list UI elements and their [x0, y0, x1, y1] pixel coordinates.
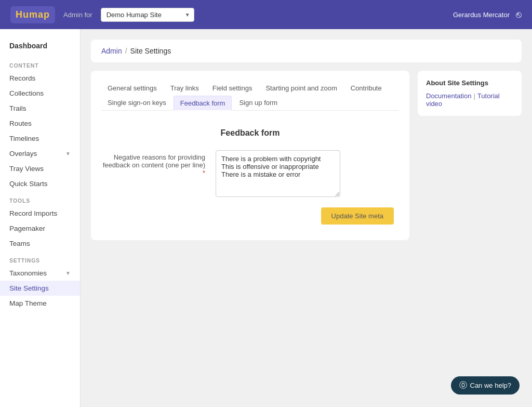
form-row-textarea: Negative reasons for providing feedback … [101, 150, 399, 197]
sidebar-item-timelines[interactable]: Timelines [0, 131, 80, 146]
sidebar: Dashboard CONTENT Records Collections Tr… [0, 29, 81, 407]
sidebar-item-quick-starts[interactable]: Quick Starts [0, 176, 80, 191]
tab-general-settings[interactable]: General settings [101, 81, 163, 95]
content-area: General settings Tray links Field settin… [91, 71, 522, 240]
sidebar-item-teams[interactable]: Teams [0, 236, 80, 251]
breadcrumb-current: Site Settings [130, 47, 171, 55]
settings-tabs: General settings Tray links Field settin… [101, 81, 399, 111]
tab-sso-keys[interactable]: Single sign-on keys [101, 96, 172, 111]
required-star: * [203, 169, 205, 177]
logo[interactable]: Humap [10, 6, 55, 23]
taxonomies-arrow-icon: ▼ [65, 270, 71, 276]
sidebar-item-pagemaker[interactable]: Pagemaker [0, 221, 80, 236]
tools-section-label: TOOLS [0, 191, 80, 206]
sidebar-item-routes[interactable]: Routes [0, 116, 80, 131]
sidebar-item-trails[interactable]: Trails [0, 101, 80, 116]
top-navigation: Humap Admin for Demo Humap Site ▼ Gerard… [0, 0, 532, 29]
feedback-form-title: Feedback form [101, 128, 399, 138]
tab-tray-links[interactable]: Tray links [164, 81, 205, 95]
update-site-meta-button[interactable]: Update Site meta [321, 207, 394, 225]
main-content: Admin / Site Settings General settings T… [81, 29, 532, 407]
tab-sign-up-form[interactable]: Sign up form [233, 96, 284, 111]
feedback-form-section: Feedback form Negative reasons for provi… [101, 123, 399, 230]
user-name: Gerardus Mercator [453, 11, 510, 19]
tab-field-settings[interactable]: Field settings [206, 81, 259, 95]
tab-feedback-form[interactable]: Feedback form [174, 96, 232, 111]
breadcrumb-admin-link[interactable]: Admin [101, 47, 122, 55]
logout-icon[interactable]: ⎋ [516, 9, 522, 20]
about-links: Documentation|Tutorial video [426, 92, 513, 108]
settings-card: General settings Tray links Field settin… [91, 71, 409, 240]
site-select-wrapper[interactable]: Demo Humap Site ▼ [101, 8, 194, 22]
topnav-right: Gerardus Mercator ⎋ [453, 9, 522, 20]
topnav-left: Humap Admin for Demo Humap Site ▼ [10, 6, 194, 23]
sidebar-item-tray-views[interactable]: Tray Views [0, 161, 80, 176]
sidebar-item-record-imports[interactable]: Record Imports [0, 206, 80, 221]
settings-section-label: SETTINGS [0, 251, 80, 266]
right-sidebar: About Site Settings Documentation|Tutori… [418, 71, 522, 240]
overlays-arrow-icon: ▼ [65, 151, 71, 156]
about-title: About Site Settings [426, 79, 513, 87]
negative-reasons-textarea[interactable] [216, 150, 340, 197]
help-button[interactable]: ⓪ Can we help? [451, 376, 520, 395]
documentation-link[interactable]: Documentation [426, 92, 471, 100]
tab-contribute[interactable]: Contribute [344, 81, 388, 95]
sidebar-item-site-settings[interactable]: Site Settings [0, 281, 80, 296]
site-select[interactable]: Demo Humap Site [101, 8, 194, 22]
admin-for-label: Admin for [63, 11, 92, 19]
breadcrumb: Admin / Site Settings [91, 40, 522, 62]
sidebar-item-collections[interactable]: Collections [0, 86, 80, 101]
sidebar-item-taxonomies[interactable]: Taxonomies ▼ [0, 266, 80, 281]
tab-starting-point-zoom[interactable]: Starting point and zoom [259, 81, 343, 95]
content-section-label: CONTENT [0, 56, 80, 71]
sidebar-item-records[interactable]: Records [0, 71, 80, 86]
sidebar-item-map-theme[interactable]: Map Theme [0, 296, 80, 311]
sidebar-item-overlays[interactable]: Overlays ▼ [0, 146, 80, 161]
textarea-label: Negative reasons for providing feedback … [101, 150, 205, 177]
form-actions: Update Site meta [101, 207, 399, 225]
help-icon: ⓪ [459, 380, 467, 390]
about-card: About Site Settings Documentation|Tutori… [418, 71, 522, 116]
about-links-separator: | [473, 92, 475, 100]
breadcrumb-separator: / [125, 47, 127, 55]
page-layout: Dashboard CONTENT Records Collections Tr… [0, 29, 532, 407]
sidebar-item-dashboard[interactable]: Dashboard [0, 35, 80, 56]
